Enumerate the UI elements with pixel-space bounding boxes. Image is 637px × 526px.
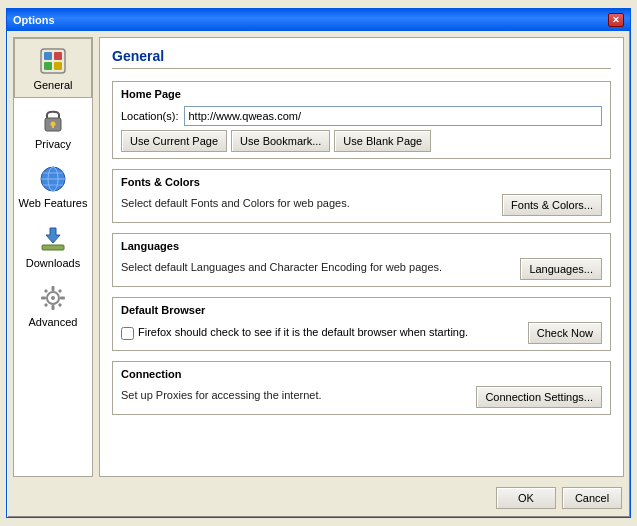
- fonts-colors-button[interactable]: Fonts & Colors...: [502, 194, 602, 216]
- languages-section: Languages Select default Languages and C…: [112, 233, 611, 287]
- sidebar-item-general[interactable]: General: [14, 38, 92, 98]
- check-now-button[interactable]: Check Now: [528, 322, 602, 344]
- connection-row: Set up Proxies for accessing the interne…: [121, 386, 602, 408]
- privacy-icon: [37, 104, 69, 136]
- main-panel: General Home Page Location(s): Use Curre…: [99, 37, 624, 477]
- fonts-colors-desc: Select default Fonts and Colors for web …: [121, 197, 350, 209]
- languages-row: Select default Languages and Character E…: [121, 258, 602, 280]
- window-title: Options: [13, 14, 55, 26]
- default-browser-row: Firefox should check to see if it is the…: [121, 322, 602, 344]
- location-label: Location(s):: [121, 110, 178, 122]
- connection-label: Connection: [121, 368, 602, 380]
- sidebar-label-web-features: Web Features: [19, 197, 88, 210]
- svg-rect-4: [54, 62, 62, 70]
- fonts-colors-row: Select default Fonts and Colors for web …: [121, 194, 602, 216]
- svg-rect-2: [54, 52, 62, 60]
- default-browser-checkbox[interactable]: [121, 327, 134, 340]
- svg-rect-22: [58, 289, 62, 293]
- cancel-button[interactable]: Cancel: [562, 487, 622, 509]
- advanced-icon: [37, 282, 69, 314]
- sidebar-label-downloads: Downloads: [26, 257, 80, 269]
- sidebar-label-privacy: Privacy: [35, 138, 71, 150]
- svg-rect-3: [44, 62, 52, 70]
- svg-rect-23: [44, 303, 48, 307]
- svg-rect-19: [41, 297, 46, 300]
- connection-section: Connection Set up Proxies for accessing …: [112, 361, 611, 415]
- sidebar-item-privacy[interactable]: Privacy: [14, 98, 92, 157]
- connection-settings-button[interactable]: Connection Settings...: [476, 386, 602, 408]
- default-browser-section: Default Browser Firefox should check to …: [112, 297, 611, 351]
- use-bookmark-button[interactable]: Use Bookmark...: [231, 130, 330, 152]
- content-area: General Privacy: [7, 31, 630, 483]
- use-current-page-button[interactable]: Use Current Page: [121, 130, 227, 152]
- sidebar-item-web-features[interactable]: Web Features: [14, 157, 92, 217]
- home-page-section: Home Page Location(s): Use Current Page …: [112, 81, 611, 159]
- default-browser-label: Default Browser: [121, 304, 602, 316]
- svg-rect-20: [60, 297, 65, 300]
- languages-desc: Select default Languages and Character E…: [121, 261, 442, 273]
- default-browser-text: Firefox should check to see if it is the…: [138, 325, 468, 340]
- home-page-label: Home Page: [121, 88, 602, 100]
- location-input[interactable]: [184, 106, 602, 126]
- connection-desc: Set up Proxies for accessing the interne…: [121, 389, 322, 401]
- title-bar: Options ✕: [7, 9, 630, 31]
- svg-point-16: [51, 296, 55, 300]
- home-page-buttons: Use Current Page Use Bookmark... Use Bla…: [121, 130, 602, 152]
- close-button[interactable]: ✕: [608, 13, 624, 27]
- svg-rect-1: [44, 52, 52, 60]
- svg-rect-13: [42, 245, 64, 250]
- languages-label: Languages: [121, 240, 602, 252]
- location-row: Location(s):: [121, 106, 602, 126]
- footer: OK Cancel: [7, 483, 630, 517]
- sidebar-label-general: General: [33, 79, 72, 91]
- fonts-colors-section: Fonts & Colors Select default Fonts and …: [112, 169, 611, 223]
- svg-rect-24: [58, 303, 62, 307]
- sidebar-item-downloads[interactable]: Downloads: [14, 217, 92, 276]
- svg-rect-21: [44, 289, 48, 293]
- options-window: Options ✕ General: [6, 8, 631, 518]
- sidebar: General Privacy: [13, 37, 93, 477]
- use-blank-page-button[interactable]: Use Blank Page: [334, 130, 431, 152]
- svg-rect-18: [52, 305, 55, 310]
- svg-marker-14: [46, 228, 60, 243]
- svg-rect-17: [52, 286, 55, 291]
- svg-rect-7: [52, 124, 54, 128]
- web-features-icon: [37, 163, 69, 195]
- ok-button[interactable]: OK: [496, 487, 556, 509]
- sidebar-item-advanced[interactable]: Advanced: [14, 276, 92, 335]
- sidebar-label-advanced: Advanced: [29, 316, 78, 328]
- languages-button[interactable]: Languages...: [520, 258, 602, 280]
- default-browser-checkbox-row: Firefox should check to see if it is the…: [121, 325, 468, 340]
- downloads-icon: [37, 223, 69, 255]
- panel-title: General: [112, 48, 611, 69]
- general-icon: [37, 45, 69, 77]
- fonts-colors-label: Fonts & Colors: [121, 176, 602, 188]
